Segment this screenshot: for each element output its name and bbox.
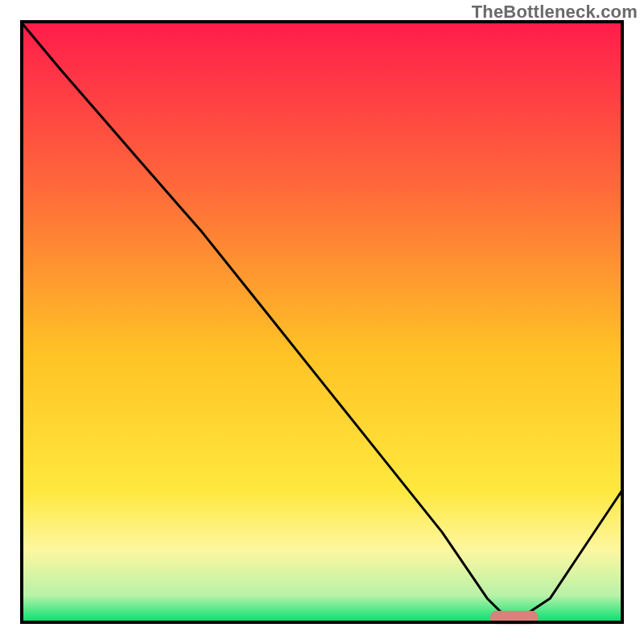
plot-area: [22, 22, 622, 624]
chart-container: TheBottleneck.com: [0, 0, 644, 644]
gradient-background: [22, 22, 622, 622]
bottleneck-chart: [0, 0, 644, 644]
